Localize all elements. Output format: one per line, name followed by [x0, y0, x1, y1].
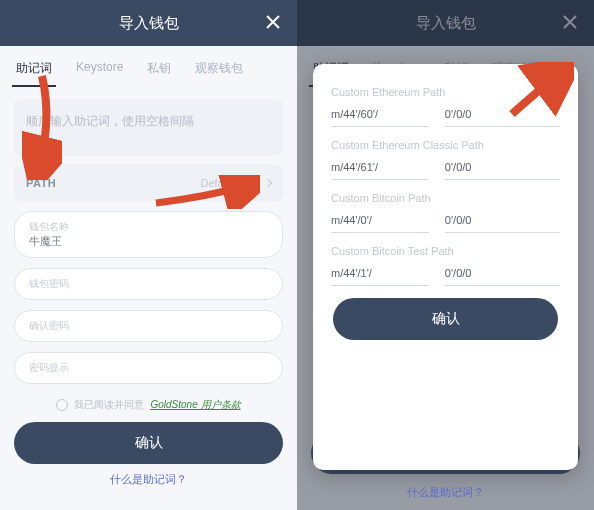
radio-icon[interactable]	[56, 399, 68, 411]
terms-link[interactable]: GoldStone 用户条款	[150, 398, 240, 412]
wallet-password-label: 钱包密码	[29, 277, 268, 291]
agree-prefix: 我已阅读并同意	[74, 398, 144, 412]
modal-confirm-button[interactable]: 确认	[333, 298, 558, 340]
path-pair-btc: m/44'/0'/ 0'/0/0	[331, 210, 560, 233]
path-suffix-input[interactable]: 0'/0/0	[445, 157, 560, 180]
path-pair-btc-test: m/44'/1'/ 0'/0/0	[331, 263, 560, 286]
wallet-name-value: 牛魔王	[29, 234, 268, 249]
path-suffix-input[interactable]: 0'/0/0	[445, 210, 560, 233]
path-prefix-input[interactable]: m/44'/1'/	[331, 263, 429, 286]
password-hint-label: 密码提示	[29, 361, 268, 375]
mnemonic-input[interactable]: 顺序输入助记词，使用空格间隔	[14, 99, 283, 155]
screen-right: 导入钱包 助记词 Keystore 私钥 观察钱包 确认 什么是助记词？ Cus…	[297, 0, 594, 510]
header: 导入钱包	[0, 0, 297, 46]
header-title: 导入钱包	[119, 14, 179, 33]
path-prefix-input[interactable]: m/44'/61'/	[331, 157, 429, 180]
what-is-mnemonic-link[interactable]: 什么是助记词？	[0, 472, 297, 487]
path-row[interactable]: PATH Default Path	[14, 165, 283, 201]
wallet-name-field[interactable]: 钱包名称 牛魔王	[14, 211, 283, 258]
close-icon[interactable]	[265, 14, 281, 33]
path-prefix-input[interactable]: m/44'/60'/	[331, 104, 429, 127]
wallet-password-field[interactable]: 钱包密码	[14, 268, 283, 300]
group-label-btc: Custom Bitcoin Path	[331, 192, 560, 204]
tab-mnemonic[interactable]: 助记词	[14, 54, 54, 87]
screen-left: 导入钱包 助记词 Keystore 私钥 观察钱包 顺序输入助记词，使用空格间隔…	[0, 0, 297, 510]
tab-watch[interactable]: 观察钱包	[193, 54, 245, 87]
confirm-password-label: 确认密码	[29, 319, 268, 333]
path-suffix-input[interactable]: 0'/0/0	[445, 263, 560, 286]
what-is-mnemonic-link: 什么是助记词？	[297, 485, 594, 500]
path-prefix-input[interactable]: m/44'/0'/	[331, 210, 429, 233]
tab-privatekey[interactable]: 私钥	[145, 54, 173, 87]
password-hint-field[interactable]: 密码提示	[14, 352, 283, 384]
path-label: PATH	[26, 177, 56, 189]
confirm-button[interactable]: 确认	[14, 422, 283, 464]
tabs: 助记词 Keystore 私钥 观察钱包	[0, 46, 297, 87]
tab-keystore[interactable]: Keystore	[74, 54, 125, 87]
path-value: Default Path	[200, 177, 271, 189]
content: 顺序输入助记词，使用空格间隔 PATH Default Path 钱包名称 牛魔…	[0, 87, 297, 412]
confirm-password-field[interactable]: 确认密码	[14, 310, 283, 342]
group-label-etc: Custom Ethereum Classic Path	[331, 139, 560, 151]
chevron-right-icon	[264, 179, 272, 187]
path-value-text: Default Path	[200, 177, 261, 189]
wallet-name-label: 钱包名称	[29, 220, 268, 234]
path-pair-eth: m/44'/60'/ 0'/0/0	[331, 104, 560, 127]
path-pair-etc: m/44'/61'/ 0'/0/0	[331, 157, 560, 180]
group-label-eth: Custom Ethereum Path	[331, 86, 560, 98]
group-label-btc-test: Custom Bitcoin Test Path	[331, 245, 560, 257]
path-modal: Custom Ethereum Path m/44'/60'/ 0'/0/0 C…	[313, 64, 578, 470]
agree-row[interactable]: 我已阅读并同意 GoldStone 用户条款	[14, 398, 283, 412]
path-suffix-input[interactable]: 0'/0/0	[445, 104, 560, 127]
